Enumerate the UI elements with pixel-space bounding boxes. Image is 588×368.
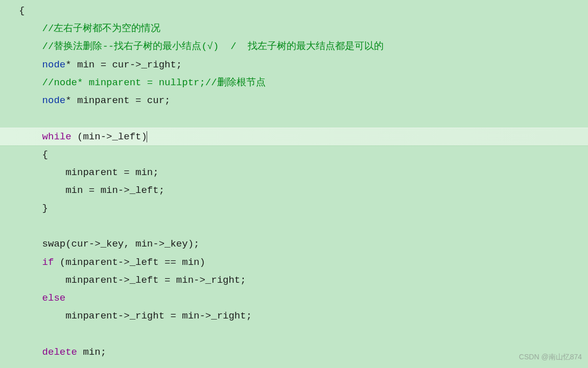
code-line-7: [0, 110, 588, 128]
code-text: swap(cur->_key, min->_key);: [42, 238, 200, 250]
code-text: (min->_left): [72, 131, 147, 142]
code-line-2: //左右子树都不为空的情况: [0, 20, 588, 38]
code-line-4: node* min = cur->_right;: [0, 56, 588, 74]
comment: //node* minparent = nullptr;//删除根节点: [42, 77, 266, 88]
code-line-12: }: [0, 200, 588, 217]
brace-open: {: [19, 5, 25, 16]
code-line-6: node* minparent = cur;: [0, 92, 588, 110]
comment: //替换法删除--找右子树的最小结点(√) / 找左子树的最大结点都是可以的: [42, 41, 384, 52]
code-line-16: minparent->_left = min->_right;: [0, 272, 588, 289]
watermark-text: CSDN @南山忆874: [519, 351, 582, 364]
code-line-18: minparent->_right = min->_right;: [0, 307, 588, 325]
code-text: min = min->_left;: [42, 185, 164, 196]
code-text: * minparent = cur;: [65, 95, 170, 106]
code-text: (minparent->_left == min): [54, 257, 205, 268]
brace-close: }: [42, 203, 48, 214]
code-text: min;: [77, 347, 106, 358]
code-line-15: if (minparent->_left == min): [0, 254, 588, 272]
code-line-13: [0, 217, 588, 235]
code-text: minparent = min;: [42, 167, 159, 178]
code-line-14: swap(cur->_key, min->_key);: [0, 235, 588, 253]
code-line-11: min = min->_left;: [0, 182, 588, 200]
type-keyword: node: [42, 59, 66, 70]
keyword: delete: [42, 347, 77, 358]
keyword: else: [42, 292, 66, 304]
code-line-9: {: [0, 146, 588, 164]
code-line-3: //替换法删除--找右子树的最小结点(√) / 找左子树的最大结点都是可以的: [0, 38, 588, 56]
brace-open: {: [42, 149, 48, 160]
code-line-5: //node* minparent = nullptr;//删除根节点: [0, 74, 588, 92]
comment: //左右子树都不为空的情况: [42, 23, 161, 34]
code-line-8-highlighted: while (min->_left): [0, 128, 588, 145]
type-keyword: node: [42, 95, 66, 106]
code-line-10: minparent = min;: [0, 164, 588, 182]
code-text: * min = cur->_right;: [65, 59, 182, 70]
code-text: minparent->_right = min->_right;: [42, 310, 252, 322]
keyword: while: [42, 131, 72, 142]
keyword: if: [42, 257, 54, 268]
code-line-1: {: [0, 2, 588, 20]
code-line-20: delete min;: [0, 344, 588, 361]
code-block: { //左右子树都不为空的情况 //替换法删除--找右子树的最小结点(√) / …: [0, 0, 588, 363]
text-cursor: [147, 131, 147, 142]
code-text: minparent->_left = min->_right;: [42, 275, 246, 286]
code-line-17: else: [0, 289, 588, 307]
code-line-19: [0, 325, 588, 343]
